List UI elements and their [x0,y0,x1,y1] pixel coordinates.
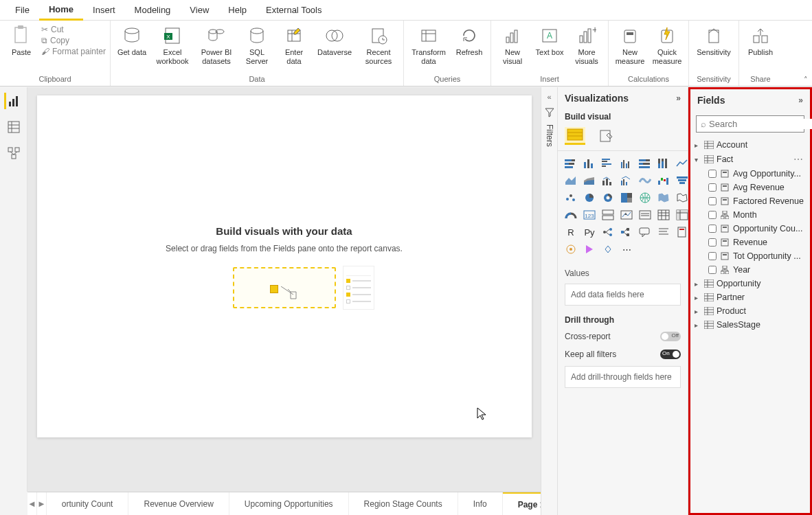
table-salesstage[interactable]: ▸SalesStage [693,318,807,332]
model-view-button[interactable] [5,145,22,161]
build-visual-tab[interactable] [565,127,585,145]
page-nav-prev[interactable]: ◄ [27,492,37,515]
viz-multirow-card[interactable] [600,208,616,222]
viz-qa[interactable] [638,225,653,239]
viz-gauge[interactable] [563,208,578,222]
viz-scatter[interactable] [563,191,578,205]
field-checkbox[interactable] [708,211,717,219]
viz-100-stacked-column[interactable] [656,157,671,170]
viz-python[interactable]: Py [582,225,597,239]
viz-smart-narrative[interactable] [656,225,671,239]
viz-paginated[interactable] [675,225,690,239]
viz-table[interactable] [656,208,671,222]
text-box-button[interactable]: AText box [532,22,567,57]
get-data-button[interactable]: Get data [115,22,149,57]
keep-filters-toggle[interactable]: On [660,350,681,359]
viz-matrix[interactable] [675,208,690,222]
viz-stacked-area[interactable] [582,174,597,187]
viz-more-options[interactable]: ⋯ [619,242,634,256]
field-checkbox[interactable] [708,225,717,233]
viz-slicer[interactable] [638,208,653,222]
ribbon-collapse-button[interactable]: ˄ [804,76,808,84]
values-dropwell[interactable]: Add data fields here [565,284,681,306]
new-visual-button[interactable]: New visual [495,22,530,66]
viz-pie[interactable] [582,191,597,205]
format-visual-tab[interactable] [596,127,617,145]
menu-help[interactable]: Help [218,1,256,19]
viz-waterfall[interactable] [656,174,671,187]
field-checkbox[interactable] [708,252,717,260]
field-checkbox[interactable] [708,183,717,192]
enter-data-button[interactable]: Enter data [277,22,311,66]
viz-r[interactable]: R [563,225,578,239]
fields-search-input[interactable] [709,119,812,129]
field-revenue[interactable]: Revenue [693,236,807,249]
page-tab-revenue-overview[interactable]: Revenue Overview [128,492,229,515]
table-product[interactable]: ▸Product [693,304,807,318]
viz-collapse-button[interactable]: » [676,93,681,103]
table-fact[interactable]: ▾Fact⋯ [693,152,807,167]
field-avg-revenue[interactable]: Avg Revenue [693,181,807,194]
viz-map[interactable] [638,191,653,205]
viz-line-clustered-column[interactable] [619,174,634,187]
viz-donut[interactable] [600,191,616,205]
viz-stacked-column[interactable] [582,157,597,170]
viz-ribbon[interactable] [638,174,653,187]
table-account[interactable]: ▸Account [693,138,807,152]
format-painter-button[interactable]: 🖌Format painter [41,47,106,56]
viz-clustered-bar[interactable] [600,157,616,170]
refresh-button[interactable]: Refresh [452,22,486,57]
viz-arcgis[interactable] [563,242,578,256]
filters-pane-collapsed[interactable]: « Filters [541,87,558,515]
viz-get-more[interactable] [600,242,616,256]
more-visuals-button[interactable]: +More visuals [569,22,604,66]
menu-modeling[interactable]: Modeling [125,1,181,19]
copy-button[interactable]: ⧉Copy [41,36,106,45]
cross-report-toggle[interactable]: Off [660,332,681,341]
filters-expand-icon[interactable]: « [547,93,551,101]
field-avg-opportunity[interactable]: Avg Opportunity... [693,167,807,181]
sql-button[interactable]: SQL Server [240,22,274,66]
viz-stacked-bar[interactable] [563,157,578,170]
viz-100-stacked-bar[interactable] [638,157,653,170]
fields-collapse-button[interactable]: » [798,95,803,105]
page-nav-next[interactable]: ► [37,492,47,515]
viz-line-stacked-column[interactable] [600,174,616,187]
menu-file[interactable]: File [5,1,39,19]
excel-button[interactable]: XExcel workbook [152,22,193,66]
page-tab-upcoming-opportunities[interactable]: Upcoming Opportunities [229,492,349,515]
recent-sources-button[interactable]: Recent sources [358,22,399,66]
report-canvas[interactable]: Build visuals with your data Select or d… [37,95,532,437]
viz-treemap[interactable] [619,191,634,205]
menu-home[interactable]: Home [39,0,83,21]
table-partner[interactable]: ▸Partner [693,290,807,304]
report-view-button[interactable] [4,93,21,109]
cut-button[interactable]: ✂Cut [41,25,106,34]
drillthrough-dropwell[interactable]: Add drill-through fields here [565,366,681,388]
field-checkbox[interactable] [708,197,717,205]
viz-filled-map[interactable] [656,191,671,205]
menu-view[interactable]: View [180,1,218,19]
field-factored-revenue[interactable]: Factored Revenue [693,194,807,208]
transform-button[interactable]: Transform data [408,22,449,66]
viz-key-influencers[interactable] [600,225,616,239]
table-opportunity[interactable]: ▸Opportunity [693,277,807,290]
viz-card[interactable]: 123 [582,208,597,222]
publish-button[interactable]: Publish [743,22,778,57]
viz-decomposition[interactable] [619,225,634,239]
page-tab-region-stage-counts[interactable]: Region Stage Counts [349,492,458,515]
quick-measure-button[interactable]: Quick measure [650,22,684,66]
viz-line[interactable] [675,157,690,170]
fields-search[interactable]: ⌕ [696,115,804,133]
pbi-datasets-button[interactable]: Power BI datasets [196,22,237,66]
table-fact-more[interactable]: ⋯ [793,154,806,165]
sensitivity-button[interactable]: Sensitivity [693,22,734,57]
menu-external-tools[interactable]: External Tools [256,1,331,19]
data-view-button[interactable] [5,119,22,135]
viz-kpi[interactable]: ▲ [619,208,634,222]
field-tot-opportunity[interactable]: Tot Opportunity ... [693,249,807,263]
viz-powerapps[interactable] [582,242,597,256]
paste-button[interactable]: Paste [4,22,38,57]
field-year[interactable]: Year [693,263,807,277]
menu-insert[interactable]: Insert [83,1,125,19]
